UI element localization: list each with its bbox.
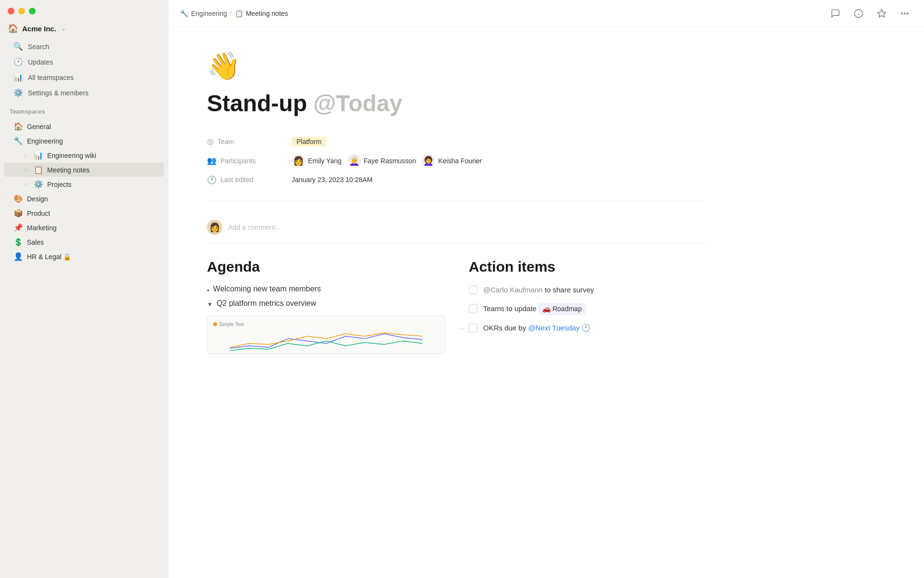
comment-button[interactable] <box>828 6 843 21</box>
checkbox-2[interactable] <box>469 304 477 313</box>
sidebar-item-label: Marketing <box>27 224 56 232</box>
sidebar-item-label: Design <box>27 195 48 203</box>
sidebar-item-meeting-notes[interactable]: › 📋 Meeting notes <box>4 163 164 177</box>
avatar: 👩‍🦳 <box>347 154 361 168</box>
drag-handle[interactable]: ··· <box>459 324 465 332</box>
sidebar-item-hr-legal[interactable]: 👤 HR & Legal 🔒 <box>4 250 164 263</box>
general-icon: 🏠 <box>13 122 23 131</box>
checkbox-3[interactable] <box>469 324 477 332</box>
sidebar-item-product[interactable]: 📦 Product <box>4 206 164 220</box>
two-column-section: Agenda ● Welcoming new team members ▼ Q2… <box>207 259 707 354</box>
teamspaces-label: Teamspaces <box>0 103 168 117</box>
info-button[interactable] <box>851 6 866 21</box>
sidebar-item-all-teamspaces[interactable]: 📊 All teamspaces <box>4 70 164 85</box>
participants-label-text: Participants <box>220 157 256 165</box>
workspace-selector[interactable]: 🏠 Acme Inc. ⌄ <box>0 20 168 37</box>
more-button[interactable] <box>897 6 912 21</box>
gear-icon: ⚙️ <box>13 88 23 97</box>
chart-label-1: Simple Test <box>213 322 244 327</box>
breadcrumb-parent-label: Engineering <box>191 10 227 17</box>
teamspaces-list: 🏠 General 🔧 Engineering › 📊 Engineering … <box>0 117 168 266</box>
line-chart-svg <box>213 329 439 353</box>
participant-faye[interactable]: 👩‍🦳 Faye Rasmusson <box>347 154 416 168</box>
breadcrumb-parent[interactable]: 🔧 Engineering <box>180 10 227 17</box>
agenda-title: Agenda <box>207 259 446 275</box>
action-item-text-3: OKRs due by @Next Tuesday 🕐 <box>483 323 590 334</box>
page-body: 👋 Stand-up @Today ◎ Team Platform 👥 <box>168 27 746 578</box>
sidebar-item-label: Updates <box>28 58 53 66</box>
sidebar-item-label: All teamspaces <box>28 74 74 81</box>
sales-icon: 💲 <box>13 237 23 247</box>
checkbox-1[interactable] <box>469 286 477 294</box>
sidebar-item-label: Meeting notes <box>47 166 90 174</box>
team-tag[interactable]: Platform <box>292 137 326 146</box>
action-item-prefix-2: Teams to update <box>483 304 539 313</box>
sidebar-item-design[interactable]: 🎨 Design <box>4 192 164 206</box>
star-button[interactable] <box>874 6 889 21</box>
breadcrumb-current-item[interactable]: 📋 Meeting notes <box>235 10 288 17</box>
workspace-icon: 🏠 <box>8 23 18 34</box>
agenda-list: ● Welcoming new team members ▼ Q2 platfo… <box>207 285 446 308</box>
sidebar-item-projects[interactable]: › ⚙️ Projects <box>4 177 164 191</box>
hr-icon: 👤 <box>13 252 23 261</box>
roadmap-tag[interactable]: 🚗 Roadmap <box>539 303 586 315</box>
chevron-down-icon: ⌄ <box>61 25 66 32</box>
workspace-name: Acme Inc. <box>22 25 56 33</box>
title-date-ref: @Today <box>313 91 402 116</box>
participant-keisha[interactable]: 👩‍🦱 Keisha Fourier <box>422 154 482 168</box>
next-tuesday-link[interactable]: @Next Tuesday 🕐 <box>528 323 590 334</box>
team-label: ◎ Team <box>207 137 284 146</box>
metrics-chart: Simple Test <box>207 315 446 354</box>
svg-point-5 <box>904 13 906 14</box>
participants-label: 👥 Participants <box>207 156 284 165</box>
agenda-item-text: Welcoming new team members <box>213 285 321 293</box>
chevron-right-icon[interactable]: › <box>21 166 30 174</box>
window-controls <box>0 8 168 14</box>
sidebar-item-general[interactable]: 🏠 General <box>4 119 164 133</box>
action-item-2: Teams to update 🚗 Roadmap <box>469 303 707 315</box>
action-item-text-2: Teams to update 🚗 Roadmap <box>483 303 586 315</box>
team-icon: ◎ <box>207 137 214 146</box>
last-edited-property: 🕐 Last edited January 23, 2023 10:28AM <box>207 171 707 188</box>
sidebar-item-label: Sales <box>27 238 44 246</box>
product-icon: 📦 <box>13 209 23 218</box>
participant-emily[interactable]: 👩 Emily Yang <box>292 154 342 168</box>
sidebar-item-marketing[interactable]: 📌 Marketing <box>4 221 164 235</box>
sidebar-item-search[interactable]: 🔍 Search <box>4 39 164 54</box>
breadcrumb: 🔧 Engineering / 📋 Meeting notes <box>180 10 824 17</box>
minimize-button[interactable] <box>18 8 25 14</box>
triangle-icon: ▼ <box>207 301 213 308</box>
action-item-3: ··· OKRs due by @Next Tuesday 🕐 <box>469 323 707 334</box>
sidebar: 🏠 Acme Inc. ⌄ 🔍 Search 🕐 Updates 📊 All t… <box>0 0 168 578</box>
nav-list: 🔍 Search 🕐 Updates 📊 All teamspaces ⚙️ S… <box>0 37 168 103</box>
breadcrumb-current-label: Meeting notes <box>246 10 288 17</box>
sidebar-item-updates[interactable]: 🕐 Updates <box>4 54 164 69</box>
sidebar-item-label: Projects <box>47 181 72 188</box>
chevron-right-icon[interactable]: › <box>21 180 30 189</box>
main-content: 🔧 Engineering / 📋 Meeting notes <box>168 0 924 578</box>
sidebar-item-engineering-wiki[interactable]: › 📊 Engineering wiki <box>4 148 164 162</box>
maximize-button[interactable] <box>29 8 36 14</box>
sidebar-item-label: Search <box>28 43 49 51</box>
sidebar-item-engineering[interactable]: 🔧 Engineering <box>4 134 164 148</box>
sidebar-item-label: Settings & members <box>28 89 89 97</box>
team-value[interactable]: Platform <box>292 137 326 146</box>
agenda-item-2: ▼ Q2 platform metrics overview <box>207 299 446 308</box>
chevron-right-icon[interactable]: › <box>21 151 30 160</box>
comment-placeholder[interactable]: Add a comment... <box>228 223 281 231</box>
mention-carlo[interactable]: @Carlo Kaufmann <box>483 286 543 294</box>
commenter-avatar: 👩 <box>207 220 222 235</box>
page-title: Stand-up @Today <box>207 90 707 118</box>
sidebar-item-sales[interactable]: 💲 Sales <box>4 235 164 249</box>
sidebar-item-settings[interactable]: ⚙️ Settings & members <box>4 85 164 100</box>
marketing-icon: 📌 <box>13 223 23 232</box>
title-bold: Stand-up <box>207 91 307 116</box>
close-button[interactable] <box>8 8 14 14</box>
breadcrumb-separator: / <box>230 10 232 17</box>
participants-icon: 👥 <box>207 156 217 165</box>
avatar: 👩‍🦱 <box>422 154 435 168</box>
participants-property: 👥 Participants 👩 Emily Yang 👩‍🦳 Faye Ras… <box>207 150 707 171</box>
meeting-notes-breadcrumb-icon: 📋 <box>235 10 243 17</box>
last-edited-value: January 23, 2023 10:28AM <box>292 176 372 184</box>
clock-icon: 🕐 <box>207 175 217 184</box>
